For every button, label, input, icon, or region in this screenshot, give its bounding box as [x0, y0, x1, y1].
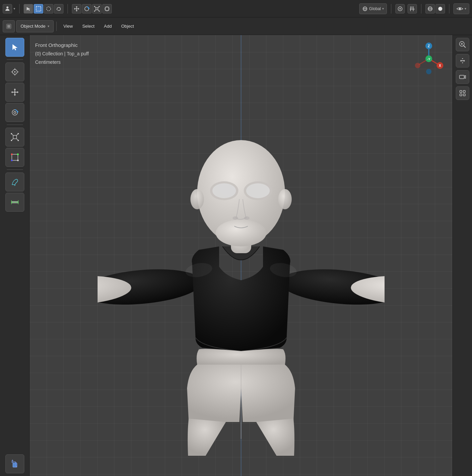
left-sidebar: + — [0, 35, 30, 476]
svg-point-18 — [438, 7, 442, 11]
svg-text:+: + — [11, 459, 14, 462]
sep1 — [19, 4, 20, 14]
cursor-select-tool[interactable] — [24, 4, 33, 14]
mode-select-btn[interactable]: Object Mode ▾ — [16, 20, 54, 32]
shading-tools — [425, 4, 445, 14]
svg-rect-4 — [96, 8, 98, 10]
svg-point-20 — [459, 8, 461, 10]
zoom-in-btn[interactable] — [456, 38, 469, 51]
object-menu[interactable]: Object — [117, 20, 138, 32]
menu-sep — [56, 22, 57, 31]
user-icon[interactable] — [3, 4, 12, 14]
svg-rect-1 — [36, 6, 41, 11]
sidebar-scale-tool[interactable] — [5, 128, 24, 147]
tool-group-left: ▾ — [3, 4, 15, 14]
sidebar-move-tool[interactable] — [5, 83, 24, 102]
collection-info: (0) Collection | Top_a puff — [35, 50, 89, 58]
svg-rect-31 — [13, 135, 17, 139]
sidebar-rotate-tool[interactable] — [5, 103, 24, 122]
character-3d — [98, 101, 385, 456]
sidebar-sep1 — [7, 59, 23, 60]
rotate-tool[interactable] — [82, 4, 91, 14]
svg-point-39 — [11, 160, 12, 161]
svg-point-67 — [246, 183, 270, 198]
scale-tool[interactable] — [92, 4, 102, 14]
proportional-edit[interactable] — [395, 4, 405, 14]
camera-btn[interactable] — [456, 70, 469, 84]
svg-point-71 — [278, 189, 292, 209]
global-label: Global — [369, 6, 381, 11]
svg-point-38 — [17, 154, 19, 155]
units-info: Centimeters — [35, 58, 89, 67]
viewport-info: Front Orthographic (0) Collection | Top_… — [35, 41, 89, 67]
top-toolbar: ▾ — [0, 0, 472, 18]
sidebar-transform-tool[interactable] — [5, 148, 24, 167]
wireframe-shade[interactable] — [425, 4, 435, 14]
sidebar-annotate-tool[interactable] — [5, 173, 24, 191]
svg-point-33 — [18, 133, 19, 134]
svg-point-24 — [14, 71, 16, 73]
global-dropdown-arrow: ▾ — [382, 7, 384, 10]
svg-point-63 — [216, 219, 266, 246]
svg-rect-22 — [7, 25, 10, 28]
view-menu[interactable]: View — [59, 20, 77, 32]
sidebar-sep3 — [7, 169, 23, 170]
user-dropdown[interactable]: ▾ — [14, 7, 15, 10]
sep5 — [449, 4, 449, 14]
add-menu[interactable]: Add — [100, 20, 116, 32]
svg-point-69 — [244, 216, 250, 220]
sidebar-measure-tool[interactable] — [5, 193, 24, 212]
sep3 — [391, 4, 391, 14]
snapping[interactable] — [408, 4, 417, 14]
svg-point-89 — [426, 69, 431, 74]
sep2 — [68, 4, 68, 14]
svg-rect-36 — [12, 154, 18, 160]
viewport-overlays[interactable]: ▾ — [453, 3, 469, 14]
select-menu[interactable]: Select — [78, 20, 99, 32]
svg-point-35 — [18, 140, 19, 141]
svg-point-66 — [212, 183, 236, 198]
svg-point-30 — [14, 111, 16, 113]
pan-btn[interactable] — [456, 54, 469, 68]
circle-select-tool[interactable] — [44, 4, 53, 14]
sep4 — [421, 4, 421, 14]
overlay-arrow: ▾ — [465, 7, 466, 10]
svg-rect-98 — [463, 94, 465, 96]
box-select-tool[interactable] — [34, 4, 43, 14]
object-mode-icon[interactable] — [3, 20, 15, 32]
select-tools — [24, 4, 63, 14]
svg-point-34 — [11, 140, 12, 141]
transform-tool[interactable] — [102, 4, 112, 14]
mode-label: Object Mode — [21, 24, 46, 29]
svg-point-6 — [99, 6, 100, 7]
svg-point-40 — [17, 160, 19, 161]
svg-rect-96 — [463, 90, 465, 92]
svg-text:X: X — [439, 64, 441, 68]
svg-point-37 — [11, 154, 12, 155]
svg-text:Z: Z — [428, 44, 430, 48]
svg-point-8 — [99, 10, 100, 11]
svg-rect-95 — [460, 90, 462, 92]
svg-point-32 — [11, 133, 12, 134]
lasso-select-tool[interactable] — [54, 4, 63, 14]
svg-point-0 — [6, 6, 8, 8]
mode-dropdown: ▾ — [48, 24, 49, 28]
svg-point-19 — [439, 7, 440, 8]
svg-text:-Y: -Y — [427, 57, 430, 61]
move-tool[interactable] — [72, 4, 81, 14]
display-mode-btn[interactable] — [456, 86, 469, 100]
sidebar-add-tool[interactable]: + — [5, 454, 24, 473]
viewport[interactable]: Front Orthographic (0) Collection | Top_… — [30, 35, 452, 476]
transform-tools — [72, 4, 112, 14]
menu-bar: Object Mode ▾ View Select Add Object — [0, 18, 472, 35]
sidebar-cursor-tool[interactable] — [5, 62, 24, 81]
svg-point-86 — [415, 63, 420, 68]
view-title: Front Orthographic — [35, 41, 89, 50]
global-transform-select[interactable]: Global ▾ — [359, 3, 387, 14]
viewport-gizmo[interactable]: Z X -Y — [412, 42, 446, 76]
solid-shade[interactable] — [436, 4, 445, 14]
right-toolbar — [452, 35, 472, 476]
sidebar-select-tool[interactable] — [5, 38, 24, 57]
svg-point-14 — [399, 8, 401, 9]
svg-rect-97 — [460, 94, 462, 96]
